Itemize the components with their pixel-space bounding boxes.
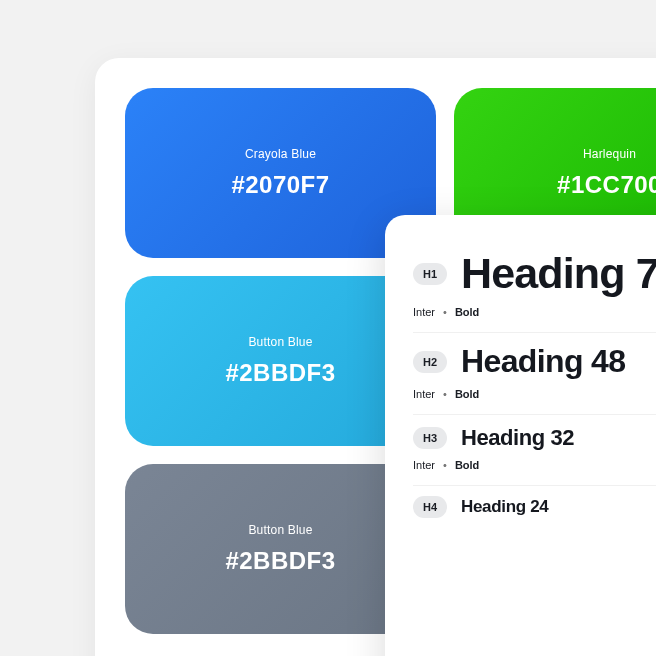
typography-meta: Inter • Bold [413, 459, 656, 471]
heading-sample: Heading 72 [461, 249, 656, 298]
font-weight: Bold [455, 306, 479, 318]
color-name: Button Blue [248, 335, 312, 349]
color-name: Crayola Blue [245, 147, 316, 161]
typography-row-h1: H1 Heading 72 Inter • Bold [413, 239, 656, 333]
font-name: Inter [413, 459, 435, 471]
separator-dot-icon: • [443, 388, 447, 400]
separator-dot-icon: • [443, 306, 447, 318]
heading-badge: H4 [413, 496, 447, 518]
font-name: Inter [413, 388, 435, 400]
heading-sample: Heading 32 [461, 425, 574, 451]
typography-card: H1 Heading 72 Inter • Bold H2 Heading 48… [385, 215, 656, 656]
typography-meta: Inter • Bold [413, 388, 656, 400]
color-hex: #1CC700 [557, 171, 656, 199]
color-name: Harlequin [583, 147, 636, 161]
font-weight: Bold [455, 459, 479, 471]
font-weight: Bold [455, 388, 479, 400]
heading-sample: Heading 48 [461, 343, 625, 380]
typography-row-h4: H4 Heading 24 [413, 486, 656, 532]
heading-badge: H2 [413, 351, 447, 373]
color-name: Button Blue [248, 523, 312, 537]
typography-row-h2: H2 Heading 48 Inter • Bold [413, 333, 656, 415]
color-hex: #2070F7 [231, 171, 329, 199]
heading-badge: H3 [413, 427, 447, 449]
font-name: Inter [413, 306, 435, 318]
heading-sample: Heading 24 [461, 497, 548, 517]
typography-row-h3: H3 Heading 32 Inter • Bold [413, 415, 656, 486]
color-hex: #2BBDF3 [225, 547, 335, 575]
typography-meta: Inter • Bold [413, 306, 656, 318]
separator-dot-icon: • [443, 459, 447, 471]
heading-badge: H1 [413, 263, 447, 285]
color-hex: #2BBDF3 [225, 359, 335, 387]
